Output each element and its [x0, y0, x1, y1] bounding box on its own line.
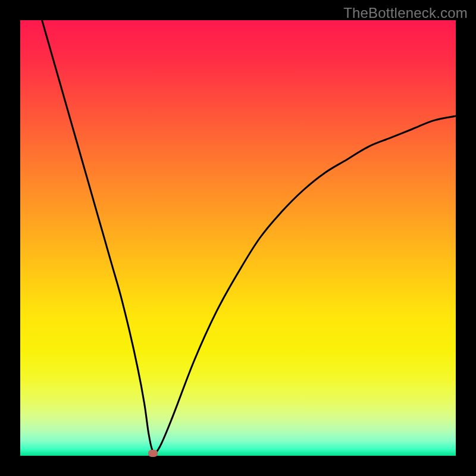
bottleneck-curve: [42, 20, 456, 453]
watermark-text: TheBottleneck.com: [343, 5, 468, 21]
optimal-point-marker: [148, 450, 158, 457]
plot-area: [20, 20, 456, 456]
curve-layer: [20, 20, 456, 456]
chart-stage: TheBottleneck.com: [0, 0, 476, 476]
